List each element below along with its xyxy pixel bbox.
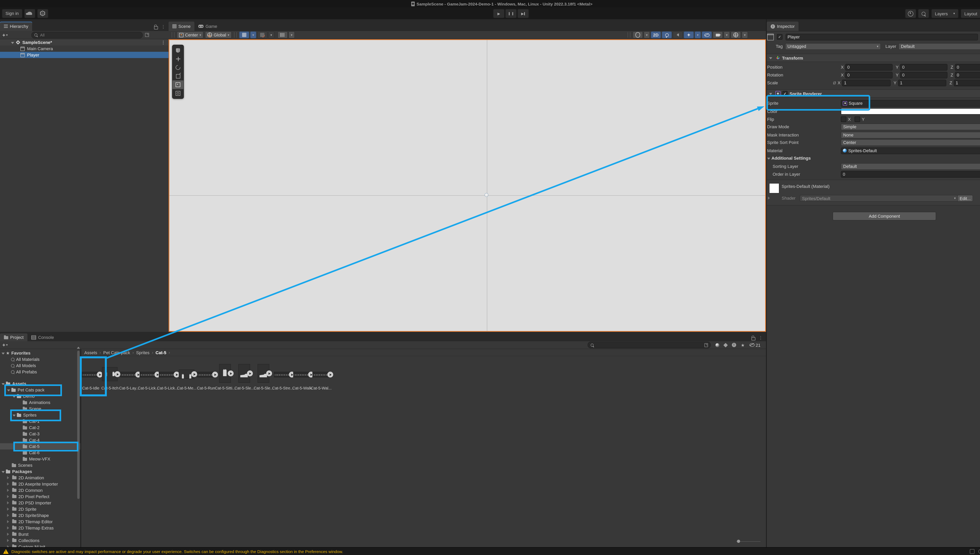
search-by-label-icon[interactable] — [723, 343, 728, 347]
active-checkbox[interactable]: ✓ — [777, 34, 782, 40]
scrollbar-thumb[interactable] — [77, 351, 80, 499]
tree-item-scene[interactable]: Scene — [0, 406, 80, 412]
project-splitter[interactable] — [80, 349, 81, 547]
sprite-renderer-header[interactable]: ✓ Sprite Renderer ? ⋮ — [767, 90, 980, 98]
transform-header[interactable]: Transform ? ⋮ — [767, 54, 980, 62]
asset-cat-5-sitting[interactable]: Cat-5-Sitti... — [216, 356, 234, 392]
asset-cat-5-run[interactable]: Cat-5-Run — [197, 356, 215, 392]
draw-mode-button[interactable] — [633, 31, 643, 38]
scene-canvas[interactable] — [169, 39, 766, 332]
play-button[interactable] — [228, 371, 233, 376]
sort-point-dropdown[interactable]: Center▾ — [841, 139, 980, 146]
tree-item-2d-psd-importer[interactable]: 2D PSD Importer — [0, 500, 80, 506]
breadcrumb-assets[interactable]: Assets — [84, 350, 97, 355]
move-tool-button[interactable] — [173, 55, 184, 63]
tab-game[interactable]: Game — [194, 22, 221, 31]
open-external-icon[interactable] — [704, 343, 708, 347]
hierarchy-search-input[interactable] — [39, 32, 140, 38]
order-in-layer-field[interactable]: 0 — [841, 171, 980, 178]
snap-button[interactable] — [257, 31, 267, 38]
lock-icon[interactable] — [154, 26, 158, 29]
step-button[interactable]: ▶ — [518, 9, 529, 18]
scale-x-field[interactable]: 1 — [842, 79, 890, 86]
hierarchy-item-player[interactable]: Player — [0, 52, 169, 58]
sign-in-button[interactable]: Sign in — [2, 9, 22, 18]
sprite-object-field[interactable]: Square ⊙ — [841, 100, 980, 106]
grid-visibility-button[interactable] — [239, 31, 249, 38]
layout-dropdown[interactable]: Layout▾ — [961, 9, 980, 18]
hierarchy-item-scene[interactable]: SampleScene* ⋮ — [0, 39, 169, 45]
sorting-layer-dropdown[interactable]: Default▾ — [841, 163, 980, 170]
camera-settings-dropdown[interactable]: ▾ — [724, 31, 730, 38]
tree-item-all-prefabs[interactable]: All Prefabs — [0, 369, 80, 375]
snap-increment-dropdown[interactable]: ▾ — [288, 31, 295, 38]
tree-item-2d-sprite[interactable]: 2D Sprite — [0, 506, 80, 512]
tab-hierarchy[interactable]: Hierarchy — [0, 22, 32, 31]
foldout-open-icon[interactable] — [769, 57, 772, 59]
snap-dropdown[interactable]: ▾ — [268, 31, 274, 38]
tree-item-cat-1[interactable]: Cat-1 — [0, 418, 80, 424]
breadcrumb-pet-cats-pack[interactable]: Pet Cats pack — [103, 350, 130, 355]
effects-dropdown[interactable]: ▾ — [695, 31, 701, 38]
grid-visibility-dropdown[interactable]: ▾ — [250, 31, 256, 38]
component-enabled-checkbox[interactable]: ✓ — [782, 91, 788, 96]
rotation-y-field[interactable]: 0 — [900, 72, 948, 78]
rotation-z-field[interactable]: 0 — [955, 72, 980, 78]
tree-item-favorites[interactable]: ★Favorites — [0, 350, 80, 356]
tab-project[interactable]: Project — [0, 334, 28, 341]
layers-dropdown[interactable]: Layers▾ — [931, 9, 958, 18]
cloud-services-button[interactable] — [24, 9, 35, 18]
tab-scene[interactable]: Scene — [169, 22, 194, 31]
breadcrumb-sprites[interactable]: Sprites — [136, 350, 150, 355]
foldout-closed-icon[interactable] — [768, 197, 770, 200]
asset-cat-5-lay[interactable]: Cat-5-Lay... — [120, 356, 138, 392]
tree-item-animations[interactable]: Animations — [0, 399, 80, 406]
thumbnail-size-slider[interactable] — [736, 539, 761, 543]
tree-item-assets[interactable]: Assets — [0, 380, 80, 387]
rect-tool-button[interactable] — [173, 80, 184, 89]
tree-item-sprites[interactable]: Sprites — [0, 412, 80, 418]
asset-cat-5-sleep-1[interactable]: Cat-5-Sle... — [235, 356, 254, 392]
additional-settings-row[interactable]: Additional Settings — [767, 155, 980, 161]
kebab-menu-icon[interactable]: ⋮ — [759, 335, 763, 340]
color-swatch[interactable] — [841, 108, 980, 114]
position-y-field[interactable]: 0 — [900, 64, 948, 71]
audio-mute-button[interactable] — [673, 31, 683, 38]
rotation-x-field[interactable]: 0 — [845, 72, 892, 78]
rotate-tool-button[interactable] — [173, 63, 184, 72]
asset-cat-5-me[interactable]: Cat-5-Me... — [177, 356, 196, 392]
scale-y-field[interactable]: 1 — [898, 79, 946, 86]
tree-item-all-materials[interactable]: All Materials — [0, 356, 80, 363]
open-external-icon[interactable] — [145, 33, 149, 37]
asset-cat-5-stretch[interactable]: Cat-5-Stre... — [273, 356, 292, 392]
kebab-menu-icon[interactable]: ⋮ — [161, 40, 169, 45]
tab-inspector[interactable]: i Inspector — [767, 22, 799, 31]
play-button[interactable] — [327, 372, 333, 377]
asset-cat-5-lick-1[interactable]: Cat-5-Lick... — [139, 356, 158, 392]
draw-mode-dropdown[interactable]: ▾ — [644, 31, 650, 38]
shader-edit-button[interactable]: Edit... — [957, 195, 973, 202]
tree-item-2d-spriteshape[interactable]: 2D SpriteShape — [0, 512, 80, 518]
tree-item-scenes[interactable]: Scenes — [0, 462, 80, 468]
slider-knob[interactable] — [737, 540, 740, 543]
chevron-down-icon[interactable]: ▾ — [6, 33, 8, 37]
tree-item-2d-tilemap-extras[interactable]: 2D Tilemap Extras — [0, 525, 80, 531]
undo-history-button[interactable] — [905, 9, 916, 18]
mask-interaction-dropdown[interactable]: None▾ — [841, 132, 980, 138]
hierarchy-item-main-camera[interactable]: Main Camera — [0, 45, 169, 52]
chevron-down-icon[interactable]: ▾ — [6, 343, 8, 347]
tree-item-collections[interactable]: Collections — [0, 537, 80, 544]
importance-icon[interactable]: ! — [732, 343, 736, 347]
asset-cat-5-lick-2[interactable]: Cat-5-Lick... — [158, 356, 177, 392]
foldout-open-icon[interactable] — [767, 157, 770, 159]
gameobject-name-field[interactable]: Player — [786, 34, 978, 40]
add-component-button[interactable]: Add Component — [833, 212, 936, 220]
version-control-button[interactable]: D — [37, 9, 48, 18]
project-search-field[interactable] — [588, 342, 711, 348]
tree-item-2d-pixel-perfect[interactable]: 2D Pixel Perfect — [0, 493, 80, 500]
tree-item-cat-3[interactable]: Cat-3 — [0, 431, 80, 437]
tree-item-demo[interactable]: Demo — [0, 393, 80, 399]
project-search-input[interactable] — [595, 342, 703, 348]
scroll-up-icon[interactable] — [77, 347, 80, 349]
scale-tool-button[interactable] — [173, 72, 184, 80]
